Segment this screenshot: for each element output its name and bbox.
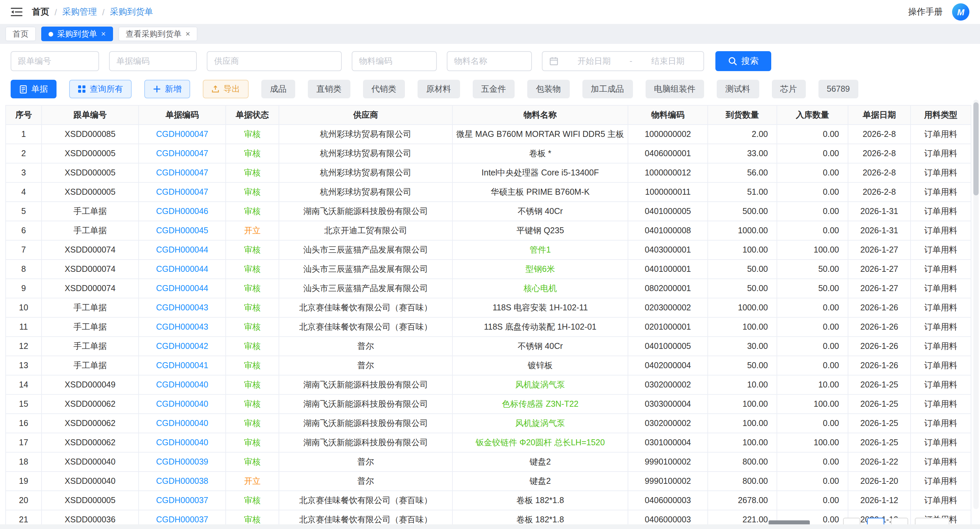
- tab-home[interactable]: 首页: [5, 27, 36, 41]
- table-row[interactable]: 10 手工单据 CGDH000043 审核 北京赛佳味餐饮有限公司（赛百味） 1…: [6, 298, 971, 317]
- close-tab-icon[interactable]: ×: [186, 30, 190, 38]
- category-filter-button[interactable]: 加工成品: [582, 80, 633, 98]
- cell-seq: 13: [6, 356, 41, 375]
- breadcrumb-current-page[interactable]: 采购到货单: [110, 6, 153, 18]
- manual-link[interactable]: 操作手册: [908, 6, 943, 18]
- doc-no-link[interactable]: CGDH000045: [138, 221, 226, 240]
- doc-no-link[interactable]: CGDH000047: [138, 144, 226, 163]
- cell-arrival-qty: 2.00: [708, 125, 777, 144]
- table-row[interactable]: 12 手工单据 CGDH000042 审核 普尔 不锈钢 40Cr 040100…: [6, 337, 971, 356]
- doc-no-link[interactable]: CGDH000044: [138, 279, 226, 298]
- category-filter-button[interactable]: 直销类: [308, 80, 350, 98]
- query-all-button[interactable]: 查询所有: [69, 80, 132, 98]
- doc-no-link[interactable]: CGDH000040: [138, 394, 226, 414]
- category-filter-button[interactable]: 代销类: [363, 80, 405, 98]
- table-row[interactable]: 18 XSDD000040 CGDH000039 审核 普尔 键盘2 99901…: [6, 452, 971, 472]
- cell-usage-type: 订单用料: [910, 337, 971, 356]
- doc-no-link[interactable]: CGDH000047: [138, 163, 226, 183]
- table-row[interactable]: 16 XSDD000062 CGDH000040 审核 湖南飞沃新能源科技股份有…: [6, 414, 971, 433]
- category-filter-button[interactable]: 原材料: [418, 80, 460, 98]
- add-button[interactable]: 新增: [144, 80, 190, 98]
- status-badge: 审核: [226, 298, 279, 317]
- category-filter-button[interactable]: 五金件: [473, 80, 515, 98]
- material-code-input[interactable]: [352, 51, 437, 71]
- cell-seq: 6: [6, 221, 41, 240]
- breadcrumb-purchase-mgmt[interactable]: 采购管理: [62, 6, 97, 18]
- table-row[interactable]: 3 XSDD000005 CGDH000047 审核 杭州彩球坊贸易有限公司 I…: [6, 163, 971, 183]
- active-dot-icon: [49, 32, 53, 36]
- category-filter-button[interactable]: 芯片: [772, 80, 805, 98]
- category-filter-button[interactable]: 56789: [818, 80, 859, 98]
- cell-supplier: 杭州彩球坊贸易有限公司: [279, 125, 452, 144]
- order-no-input[interactable]: [11, 51, 99, 71]
- doc-no-link[interactable]: CGDH000040: [138, 375, 226, 394]
- plus-icon: [153, 85, 161, 93]
- doc-no-input[interactable]: [109, 51, 197, 71]
- cell-supplier: 湖南飞沃新能源科技股份有限公司: [279, 433, 452, 452]
- table-row[interactable]: 19 XSDD000040 CGDH000038 开立 普尔 键盘2 99901…: [6, 472, 971, 491]
- table-row[interactable]: 6 手工单据 CGDH000045 开立 北京开迪工贸有限公司 平键钢 Q235…: [6, 221, 971, 240]
- doc-no-link[interactable]: CGDH000041: [138, 356, 226, 375]
- table-row[interactable]: 11 手工单据 CGDH000043 审核 北京赛佳味餐饮有限公司（赛百味） 1…: [6, 317, 971, 337]
- arrival-orders-table: 序号 跟单编号 单据编码 单据状态 供应商 物料名称 物料编码 到货数量 入库数…: [5, 105, 971, 529]
- cell-inbound-qty: 50.00: [777, 279, 848, 298]
- search-button[interactable]: 搜索: [715, 51, 771, 71]
- doc-no-link[interactable]: CGDH000043: [138, 298, 226, 317]
- tab-purchase-arrival[interactable]: 采购到货单 ×: [41, 27, 113, 41]
- table-row[interactable]: 4 XSDD000005 CGDH000047 审核 杭州彩球坊贸易有限公司 华…: [6, 183, 971, 202]
- table-row[interactable]: 15 XSDD000062 CGDH000040 审核 湖南飞沃新能源科技股份有…: [6, 394, 971, 414]
- doc-no-link[interactable]: CGDH000047: [138, 125, 226, 144]
- cell-order-no: XSDD000005: [41, 183, 138, 202]
- breadcrumb-home[interactable]: 首页: [32, 6, 49, 18]
- table-row[interactable]: 9 XSDD000074 CGDH000044 审核 汕头市三辰蓝猫产品发展有限…: [6, 279, 971, 298]
- vertical-scrollbar-thumb[interactable]: [974, 102, 979, 195]
- date-range-picker[interactable]: 开始日期 - 结束日期: [542, 51, 704, 71]
- material-name-input[interactable]: [447, 51, 532, 71]
- table-row[interactable]: 14 XSDD000049 CGDH000040 审核 湖南飞沃新能源科技股份有…: [6, 375, 971, 394]
- vertical-scrollbar[interactable]: [974, 100, 979, 509]
- cell-order-no: 手工单据: [41, 337, 138, 356]
- table-row[interactable]: 5 手工单据 CGDH000046 审核 湖南飞沃新能源科技股份有限公司 不锈钢…: [6, 202, 971, 221]
- horizontal-scrollbar[interactable]: [0, 524, 980, 529]
- category-filter-button[interactable]: 包装物: [527, 80, 570, 98]
- category-filter-button[interactable]: 电脑组装件: [645, 80, 704, 98]
- doc-no-link[interactable]: CGDH000044: [138, 240, 226, 259]
- doc-no-link[interactable]: CGDH000044: [138, 259, 226, 279]
- cell-supplier: 汕头市三辰蓝猫产品发展有限公司: [279, 240, 452, 259]
- category-buttons: 成品直销类代销类原材料五金件包装物加工成品电脑组装件测试料芯片56789: [261, 80, 859, 98]
- cell-material-code: 0201000001: [628, 317, 708, 337]
- menu-fold-icon[interactable]: [11, 6, 22, 17]
- table-row[interactable]: 8 XSDD000074 CGDH000044 审核 汕头市三辰蓝猫产品发展有限…: [6, 259, 971, 279]
- cell-inbound-qty: 100.00: [777, 394, 848, 414]
- doc-no-link[interactable]: CGDH000042: [138, 337, 226, 356]
- close-tab-icon[interactable]: ×: [101, 30, 106, 38]
- doc-no-link[interactable]: CGDH000040: [138, 414, 226, 433]
- category-filter-button[interactable]: 成品: [261, 80, 295, 98]
- cell-material-code: 0401000005: [628, 337, 708, 356]
- doc-no-link[interactable]: CGDH000037: [138, 491, 226, 510]
- supplier-input[interactable]: [207, 51, 342, 71]
- table-row[interactable]: 20 XSDD000005 CGDH000037 审核 北京赛佳味餐饮有限公司（…: [6, 491, 971, 510]
- table-row[interactable]: 1 XSDD000085 CGDH000047 审核 杭州彩球坊贸易有限公司 微…: [6, 125, 971, 144]
- doc-no-link[interactable]: CGDH000047: [138, 183, 226, 202]
- cell-seq: 3: [6, 163, 41, 183]
- doc-no-link[interactable]: CGDH000038: [138, 472, 226, 491]
- table-row[interactable]: 17 XSDD000062 CGDH000040 审核 湖南飞沃新能源科技股份有…: [6, 433, 971, 452]
- avatar[interactable]: M: [952, 3, 969, 21]
- doc-no-link[interactable]: CGDH000039: [138, 452, 226, 472]
- cell-material-name: 风机旋涡气泵: [452, 414, 628, 433]
- table-row[interactable]: 13 手工单据 CGDH000041 审核 普尔 镀锌板 0402000004 …: [6, 356, 971, 375]
- document-button[interactable]: 单据: [11, 80, 57, 98]
- breadcrumb: 首页 / 采购管理 / 采购到货单: [32, 6, 153, 18]
- table-row[interactable]: 7 XSDD000074 CGDH000044 审核 汕头市三辰蓝猫产品发展有限…: [6, 240, 971, 259]
- cell-arrival-qty: 100.00: [708, 394, 777, 414]
- date-separator: -: [630, 57, 632, 66]
- category-filter-button[interactable]: 测试料: [717, 80, 759, 98]
- tab-view-purchase-arrival[interactable]: 查看采购到货单 ×: [118, 27, 197, 41]
- doc-no-link[interactable]: CGDH000043: [138, 317, 226, 337]
- export-button[interactable]: 导出: [203, 80, 249, 98]
- table-row[interactable]: 2 XSDD000005 CGDH000047 审核 杭州彩球坊贸易有限公司 卷…: [6, 144, 971, 163]
- cell-material-code: 0203000002: [628, 298, 708, 317]
- doc-no-link[interactable]: CGDH000040: [138, 433, 226, 452]
- doc-no-link[interactable]: CGDH000046: [138, 202, 226, 221]
